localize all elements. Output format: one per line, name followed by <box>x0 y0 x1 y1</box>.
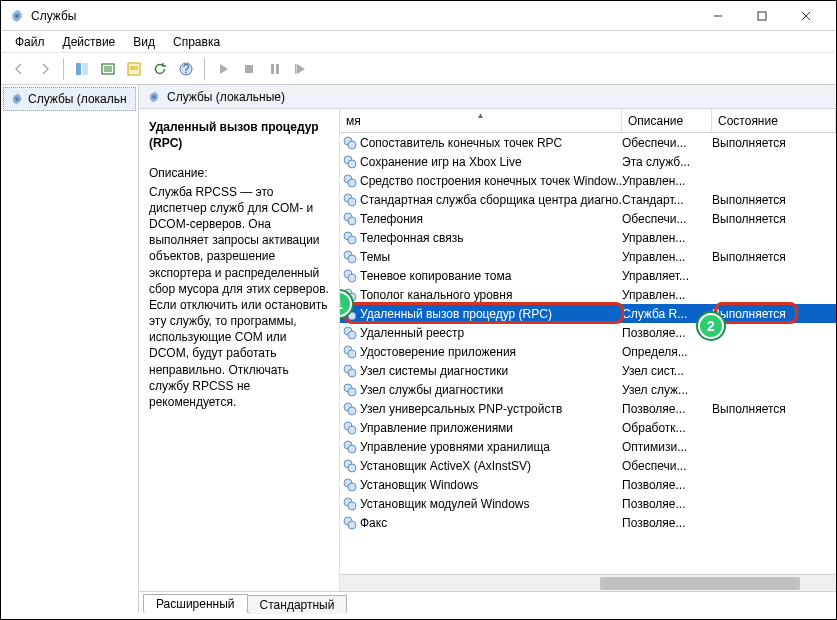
svg-point-63 <box>348 521 356 529</box>
horizontal-scrollbar[interactable] <box>340 574 836 591</box>
svg-rect-19 <box>295 64 297 74</box>
annotation-badge-2: 2 <box>698 313 724 339</box>
svg-point-59 <box>348 483 356 491</box>
restart-service-button[interactable] <box>289 57 313 81</box>
service-row[interactable]: Тополог канального уровняУправлен... <box>340 285 836 304</box>
svg-point-49 <box>348 388 356 396</box>
properties-button[interactable] <box>122 57 146 81</box>
svg-point-51 <box>348 407 356 415</box>
tab-extended[interactable]: Расширенный <box>143 594 248 614</box>
service-row[interactable]: Стандартная служба сборщика центра диагн… <box>340 190 836 209</box>
refresh-button[interactable] <box>148 57 172 81</box>
service-row[interactable]: Удостоверение приложенияОпределя... <box>340 342 836 361</box>
service-row[interactable]: Установщик модулей WindowsПозволяе... <box>340 494 836 513</box>
pause-service-button[interactable] <box>263 57 287 81</box>
svg-point-47 <box>348 369 356 377</box>
service-row[interactable]: Теневое копирование томаУправляет... <box>340 266 836 285</box>
svg-rect-6 <box>82 63 88 75</box>
service-row[interactable]: Управление уровнями хранилищаОптимизи... <box>340 437 836 456</box>
column-state[interactable]: Состояние <box>712 109 836 132</box>
service-row[interactable]: Установщик WindowsПозволяе... <box>340 475 836 494</box>
svg-point-31 <box>348 217 356 225</box>
service-row[interactable]: Узел службы диагностикиУзел служ... <box>340 380 836 399</box>
service-row[interactable]: ТемыУправлен...Выполняется <box>340 247 836 266</box>
service-row[interactable]: Управление приложениямиОбработк... <box>340 418 836 437</box>
start-service-button[interactable] <box>211 57 235 81</box>
svg-point-37 <box>348 274 356 282</box>
svg-point-29 <box>348 198 356 206</box>
service-row[interactable]: Сопоставитель конечных точек RPCОбеспечи… <box>340 133 836 152</box>
svg-point-57 <box>348 464 356 472</box>
back-button[interactable] <box>7 57 31 81</box>
title-bar: Службы <box>1 1 836 31</box>
forward-button[interactable] <box>33 57 57 81</box>
svg-point-41 <box>348 312 356 320</box>
service-row[interactable]: Удаленный реестрПозволяе... <box>340 323 836 342</box>
svg-point-43 <box>348 331 356 339</box>
service-row[interactable]: ФаксПозволяе... <box>340 513 836 532</box>
service-row[interactable]: Узел системы диагностикиУзел сист... <box>340 361 836 380</box>
export-list-button[interactable] <box>96 57 120 81</box>
svg-rect-18 <box>276 64 279 74</box>
svg-rect-2 <box>758 12 766 20</box>
svg-point-35 <box>348 255 356 263</box>
tree-root-item[interactable]: Службы (локальн <box>3 87 136 111</box>
svg-point-53 <box>348 426 356 434</box>
svg-point-33 <box>348 236 356 244</box>
description-text: Служба RPCSS — это диспетчер служб для C… <box>149 184 329 411</box>
description-panel: Удаленный вызов процедур (RPC) Описание:… <box>139 109 339 591</box>
svg-point-27 <box>348 179 356 187</box>
app-icon <box>9 8 25 24</box>
description-label: Описание: <box>149 165 329 181</box>
maximize-button[interactable] <box>740 1 784 31</box>
svg-point-23 <box>348 141 356 149</box>
menu-view[interactable]: Вид <box>125 33 163 51</box>
tree-root-label: Службы (локальн <box>28 92 127 106</box>
svg-rect-5 <box>76 63 81 75</box>
pane-header: Службы (локальные) <box>139 85 836 109</box>
svg-rect-16 <box>245 65 253 73</box>
close-button[interactable] <box>784 1 828 31</box>
service-row[interactable]: Установщик ActiveX (AxInstSV)Обеспечи... <box>340 456 836 475</box>
tree-pane: Службы (локальн <box>1 85 139 613</box>
service-row[interactable]: Удаленный вызов процедур (RPC)Служба R..… <box>340 304 836 323</box>
menu-action[interactable]: Действие <box>55 33 124 51</box>
service-row[interactable]: Средство построения конечных точек Windo… <box>340 171 836 190</box>
menu-bar: Файл Действие Вид Справка <box>1 31 836 53</box>
svg-point-45 <box>348 350 356 358</box>
menu-help[interactable]: Справка <box>165 33 228 51</box>
column-headers: ▲ мя Описание Состояние <box>340 109 836 133</box>
svg-point-25 <box>348 160 356 168</box>
selected-service-name: Удаленный вызов процедур (RPC) <box>149 119 329 151</box>
window-title: Службы <box>31 9 696 23</box>
svg-rect-17 <box>271 64 274 74</box>
show-hide-tree-button[interactable] <box>70 57 94 81</box>
gear-icon <box>147 90 161 104</box>
view-tabs: Расширенный Стандартный <box>139 591 836 613</box>
svg-text:?: ? <box>183 62 190 76</box>
svg-point-61 <box>348 502 356 510</box>
help-button[interactable]: ? <box>174 57 198 81</box>
menu-file[interactable]: Файл <box>7 33 53 51</box>
tab-standard[interactable]: Стандартный <box>247 595 348 614</box>
stop-service-button[interactable] <box>237 57 261 81</box>
service-row[interactable]: ТелефонияОбеспечи...Выполняется <box>340 209 836 228</box>
svg-point-55 <box>348 445 356 453</box>
column-name[interactable]: ▲ мя <box>340 109 622 132</box>
service-row[interactable]: Сохранение игр на Xbox LiveЭта служб... <box>340 152 836 171</box>
service-row[interactable]: Узел универсальных PNP-устройствПозволяе… <box>340 399 836 418</box>
minimize-button[interactable] <box>696 1 740 31</box>
pane-title: Службы (локальные) <box>167 90 285 104</box>
toolbar: ? <box>1 53 836 85</box>
column-description[interactable]: Описание <box>622 109 712 132</box>
service-list: 1 2 Сопоставитель конечных точек RPCОбес… <box>340 133 836 574</box>
sort-arrow-icon: ▲ <box>477 111 485 120</box>
gear-icon <box>10 92 24 106</box>
service-row[interactable]: Телефонная связьУправлен... <box>340 228 836 247</box>
